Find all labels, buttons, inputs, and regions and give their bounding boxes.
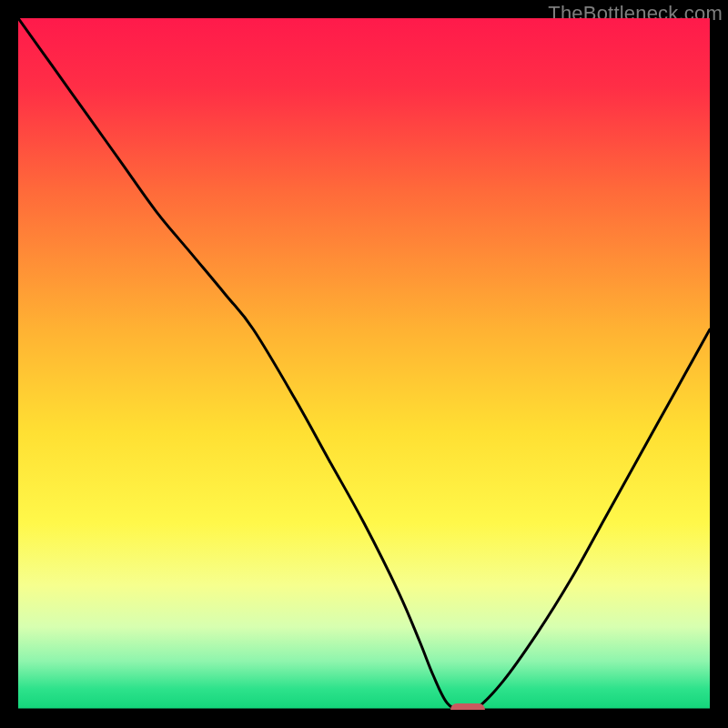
optimal-marker bbox=[450, 703, 485, 710]
gradient-background bbox=[18, 18, 710, 710]
plot-area bbox=[18, 18, 710, 710]
chart-frame: TheBottleneck.com bbox=[0, 0, 728, 728]
bottleneck-chart bbox=[18, 18, 710, 710]
